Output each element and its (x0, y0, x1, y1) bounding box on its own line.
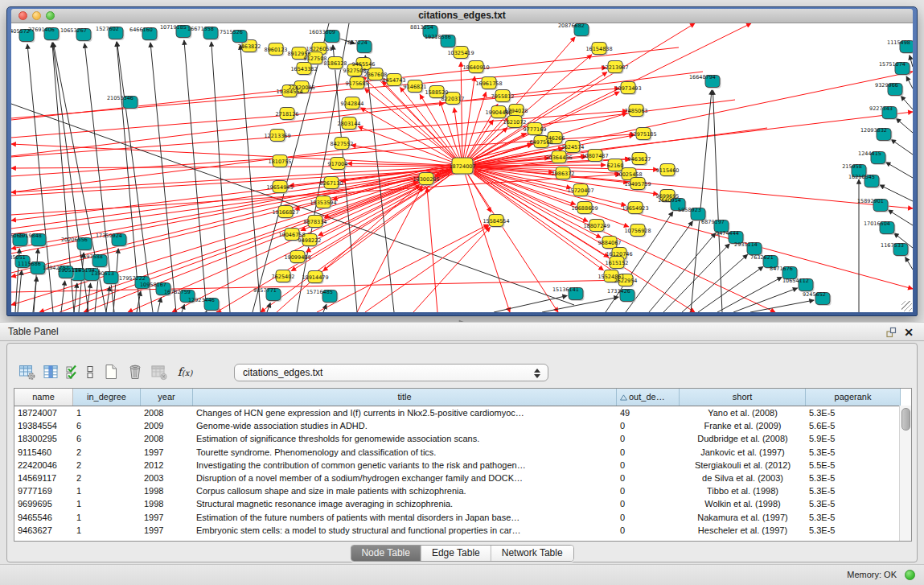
node-label: 19904448 (485, 109, 511, 116)
node-label: 18640910 (462, 64, 489, 71)
table-row[interactable]: 1456911722003Disruption of a novel membe… (14, 472, 911, 484)
node-label: 10807487 (581, 153, 608, 159)
delete-table-icon (150, 364, 168, 381)
column-header-out_de[interactable]: out_de… (617, 389, 680, 406)
node-label: 746266 (545, 135, 565, 142)
node-label: 1733426 (607, 288, 630, 295)
table-cell: Estimation of the future numbers of pati… (193, 511, 617, 524)
node-label: 19099489 (284, 254, 310, 261)
memory-status-label: Memory: OK (847, 565, 897, 585)
table-row[interactable]: 946554611997Estimation of the future num… (14, 511, 911, 524)
network-view[interactable]: 1872400710325419186409101696175879558126… (11, 23, 913, 312)
column-header-year[interactable]: year (141, 389, 193, 406)
table-cell: Genome-wide association studies in ADHD. (193, 419, 617, 432)
table-row[interactable]: 946362711997Embryonic stem cells: a mode… (14, 524, 911, 537)
node-label: 9242844 (341, 101, 364, 107)
function-builder-button[interactable]: f(x) (171, 360, 199, 383)
table-cell: 1 (73, 497, 141, 510)
graph-edge (906, 257, 913, 270)
node-label: 15720407 (567, 187, 593, 194)
table-cell: 0 (617, 432, 680, 445)
node-label: 15584554 (483, 218, 509, 225)
delete-table-button[interactable] (147, 360, 171, 383)
node-label: 6466160 (129, 27, 153, 33)
table-row[interactable]: 1872400712008Changes of HCN gene express… (14, 406, 911, 419)
table-mode-button[interactable] (15, 360, 39, 383)
column-header-short[interactable]: short (680, 389, 806, 406)
vertical-scrollbar[interactable] (899, 406, 911, 541)
table-cell: Structural magnetic resonance image aver… (193, 497, 617, 510)
table-cell: de Silva et al. (2003) (680, 472, 806, 484)
tab-network-table[interactable]: Network Table (491, 546, 573, 561)
table-cell: 0 (617, 484, 680, 497)
node-label: 1115498 (887, 39, 910, 46)
fx-icon: f(x) (178, 365, 193, 378)
table-row[interactable]: 969969511998Structural magnetic resonanc… (14, 497, 911, 510)
scrollbar-thumb[interactable] (901, 408, 910, 431)
window-titlebar[interactable]: citations_edges.txt (11, 9, 913, 23)
table-row[interactable]: 2242004622012Investigating the contribut… (14, 459, 911, 472)
sort-ascending-icon (620, 394, 627, 401)
table-cell: Corpus callosum shape and size in male p… (193, 484, 617, 497)
table-panel-body: f(x) citations_edges.txt namein_degreeye… (6, 343, 918, 562)
column-header-title[interactable]: title (193, 389, 617, 406)
graph-edge (323, 166, 462, 271)
graph-edge (733, 288, 798, 312)
tab-node-table[interactable]: Node Table (351, 546, 421, 561)
node-label: 215958 (842, 163, 862, 170)
table-cell: 0 (617, 446, 680, 459)
node-label: 1244415 (858, 150, 881, 157)
table-cell: 1997 (141, 446, 193, 459)
node-label: 1167533 (881, 242, 904, 249)
graph-edge (891, 139, 913, 154)
close-panel-button[interactable]: ✕ (901, 325, 916, 340)
cytoscape-app: citations_edges.txt 18724007103254191864… (0, 0, 924, 585)
table-cell: 2 (73, 472, 141, 484)
table-row[interactable]: 1830029562008Estimation of significance … (14, 432, 911, 445)
node-label: 19384554 (276, 89, 302, 95)
table-cell: 6 (73, 419, 141, 432)
table-row[interactable]: 911546021997Tourette syndrome. Phenomeno… (14, 446, 911, 459)
show-columns-button[interactable] (39, 360, 64, 383)
network-canvas[interactable]: 1872400710325419186409101696175879558126… (11, 23, 913, 312)
table-tabs: Node TableEdge TableNetwork Table (350, 545, 573, 562)
graph-edge (896, 118, 913, 133)
close-icon: ✕ (904, 325, 914, 340)
float-panel-button[interactable] (884, 325, 898, 340)
graph-edge (906, 76, 913, 89)
table-cell: Jankovic et al. (1997) (680, 446, 806, 459)
table-cell: 5.3E-5 (806, 472, 901, 484)
table-cell: 2 (73, 459, 141, 472)
graph-edge (11, 166, 462, 305)
node-label: 2522954 (614, 278, 638, 284)
node-label: 1621072 (503, 119, 527, 126)
delete-column-button[interactable] (123, 360, 147, 383)
table-cell: 2012 (141, 459, 193, 472)
node-label: 12975185 (630, 131, 656, 138)
window-resize-grip-icon[interactable] (901, 301, 912, 311)
create-column-button[interactable] (99, 360, 123, 383)
table-panel-title: Table Panel (8, 323, 59, 341)
column-header-pagerank[interactable]: pagerank (806, 389, 901, 406)
unselect-all-button[interactable] (81, 360, 99, 383)
table-cell: 2 (73, 446, 141, 459)
node-label: 10958167 (140, 282, 166, 288)
table-cell: 14569117 (14, 472, 73, 484)
new-document-icon (102, 363, 120, 381)
column-header-in_degree[interactable]: in_degree (73, 389, 141, 406)
table-selector-combo[interactable]: citations_edges.txt (234, 364, 548, 381)
table-cell: 5.9E-5 (806, 432, 901, 445)
select-all-button[interactable] (64, 360, 81, 383)
graph-edge (11, 144, 462, 166)
table-row[interactable]: 1938455462009Genome-wide association stu… (14, 419, 911, 432)
table-row[interactable]: 977716911998Corpus callosum shape and si… (14, 484, 911, 497)
graph-edge (462, 76, 474, 166)
node-label: 7955812 (491, 93, 515, 100)
node-label: 1527602 (96, 26, 119, 32)
tab-edge-table[interactable]: Edge Table (421, 546, 491, 561)
column-header-name[interactable]: name (14, 389, 73, 406)
memory-ok-indicator[interactable] (905, 570, 915, 580)
table-cell: Wolkin et al. (1998) (680, 497, 806, 510)
node-label: 12093832 (860, 127, 887, 134)
table-cell: Franke et al. (2009) (680, 419, 806, 432)
